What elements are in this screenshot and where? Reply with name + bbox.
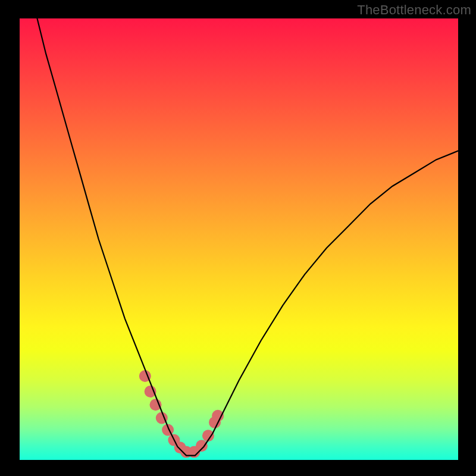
bottleneck-curve-path [37, 18, 459, 456]
curve-layer [0, 0, 476, 476]
highlight-dot [196, 440, 208, 452]
marker-group [139, 370, 224, 458]
outer-frame: TheBottleneck.com [0, 0, 476, 476]
